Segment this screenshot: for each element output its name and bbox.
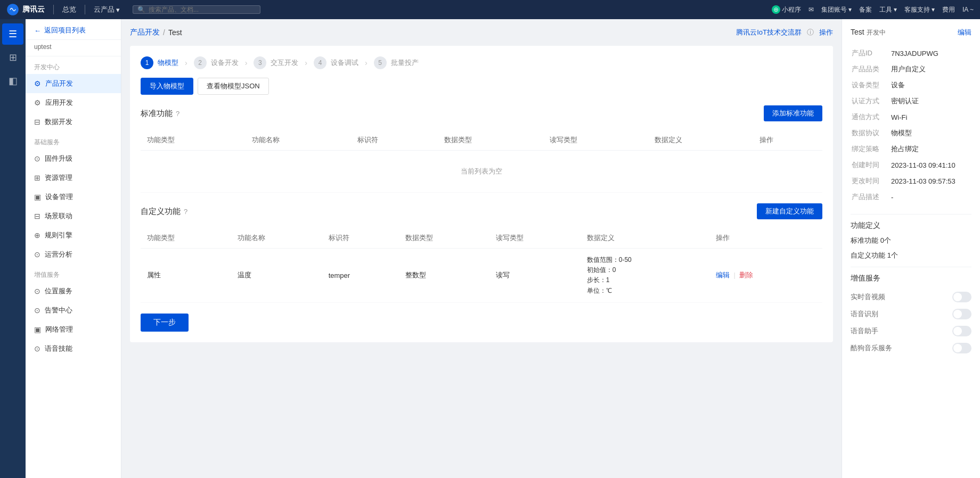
standard-help-icon[interactable]: ?	[176, 110, 179, 118]
icon-sidebar-menu[interactable]: ☰	[2, 23, 23, 45]
step-2-label: 设备开发	[211, 58, 239, 68]
add-standard-btn[interactable]: 添加标准功能	[764, 105, 822, 121]
operation-value: 抢占绑定	[891, 142, 970, 156]
top-navigation: 腾讯云 总览 云产品 ▾ 🔍 ⊕ 小程序 ✉ 集团账号 ▾ 备案 工具 ▾ 客服…	[0, 0, 980, 19]
ops-btn[interactable]: 操作	[819, 28, 833, 37]
edit-product-btn[interactable]: 编辑	[958, 28, 971, 37]
user-btn[interactable]: IA ~	[962, 6, 974, 13]
custom-func-count: 自定义功能 1个	[851, 251, 898, 260]
icon-sidebar-square[interactable]: ◧	[2, 70, 23, 92]
sidebar-item-network[interactable]: ▣ 网络管理	[26, 320, 121, 339]
row-type: 属性	[141, 249, 231, 303]
mini-program-btn[interactable]: ⊕ 小程序	[772, 5, 801, 14]
music-service-label: 酷狗音乐服务	[851, 343, 892, 353]
col-identifier: 标识符	[351, 130, 438, 151]
standard-section-title: 标准功能 ?	[141, 109, 179, 119]
icon-sidebar-grid[interactable]: ⊞	[2, 47, 23, 68]
product-status: 开发中	[867, 29, 886, 36]
sidebar-item-location[interactable]: ⊙ 位置服务	[26, 282, 121, 301]
nav-home[interactable]: 总览	[62, 5, 76, 14]
created-row: 创建时间 2023-11-03 09:41:10	[852, 158, 970, 172]
step-5: 5 批量投产	[374, 56, 419, 69]
realtime-video-toggle[interactable]	[952, 292, 971, 302]
add-custom-btn[interactable]: 新建自定义功能	[757, 203, 822, 219]
step-arrow-4: ›	[365, 59, 368, 67]
music-service-toggle[interactable]	[952, 343, 971, 353]
product-id-label: 产品ID	[852, 46, 890, 61]
tools-btn[interactable]: 工具 ▾	[879, 5, 897, 14]
mail-btn[interactable]: ✉	[808, 6, 814, 13]
operation-label: 绑定策略	[852, 142, 890, 156]
breadcrumb: 产品开发 / Test 腾讯云IoT技术交流群 ⓘ 操作	[130, 28, 833, 37]
sidebar-item-product-dev[interactable]: ⚙ 产品开发	[26, 74, 121, 93]
edit-row-btn[interactable]: 编辑	[716, 271, 730, 279]
step-4-label: 设备调试	[331, 58, 358, 68]
common-btn[interactable]: 费用	[942, 5, 955, 14]
account-btn[interactable]: 集团账号 ▾	[821, 5, 852, 14]
row-rwtype: 读写	[489, 249, 580, 303]
service-btn[interactable]: 客服支持 ▾	[904, 5, 935, 14]
toggle-knob	[953, 293, 962, 301]
product-type-value: 用户自定义	[891, 62, 970, 77]
sidebar-item-firmware[interactable]: ⊙ 固件升级	[26, 149, 121, 168]
breadcrumb-parent[interactable]: 产品开发	[130, 28, 160, 37]
view-json-btn[interactable]: 查看物模型JSON	[198, 78, 269, 95]
import-model-btn[interactable]: 导入物模型	[141, 78, 193, 95]
sidebar-item-ops[interactable]: ⊙ 运营分析	[26, 245, 121, 264]
custom-col-datatype: 数据类型	[399, 228, 489, 249]
sidebar-item-scene[interactable]: ⊟ 场景联动	[26, 207, 121, 226]
sidebar-item-voice[interactable]: ⊙ 语音技能	[26, 339, 121, 358]
updated-label: 更改时间	[852, 174, 890, 188]
voice-recog-toggle[interactable]	[952, 309, 971, 319]
voice-recog-label: 语音识别	[851, 309, 878, 319]
col-datatype: 数据类型	[438, 130, 543, 151]
delete-row-btn[interactable]: 删除	[739, 271, 753, 279]
product-type-label: 产品品类	[852, 62, 890, 77]
device-icon: ▣	[34, 193, 41, 201]
standard-section-header: 标准功能 ? 添加标准功能	[141, 105, 822, 121]
music-service-row: 酷狗音乐服务	[851, 340, 971, 357]
sidebar-item-device[interactable]: ▣ 设备管理	[26, 187, 121, 207]
desc-value: -	[891, 189, 970, 204]
sidebar-item-resource[interactable]: ⊞ 资源管理	[26, 168, 121, 187]
custom-col-ops: 操作	[709, 228, 822, 249]
search-icon: 🔍	[137, 6, 145, 13]
toggle-knob-4	[953, 344, 962, 352]
voice-icon: ⊙	[34, 344, 40, 353]
custom-col-type: 功能类型	[141, 228, 231, 249]
sidebar-item-app-dev[interactable]: ⚙ 应用开发	[26, 93, 121, 112]
sidebar-item-rule[interactable]: ⊕ 规则引擎	[26, 226, 121, 245]
created-label: 创建时间	[852, 158, 890, 172]
nav-products[interactable]: 云产品 ▾	[94, 5, 120, 14]
toggle-knob-2	[953, 310, 962, 318]
standard-table: 功能类型 功能名称 标识符 数据类型 读写类型 数据定义 操作 当前列表为空	[141, 130, 822, 193]
col-type: 功能类型	[141, 130, 246, 151]
product-info-table: 产品ID 7N3JADUPWG 产品品类 用户自定义 设备类型 设备 认证方式 …	[851, 45, 971, 205]
custom-section-title: 自定义功能 ?	[141, 207, 187, 217]
search-bar: 🔍	[133, 5, 260, 14]
updated-row: 更改时间 2023-11-03 09:57:53	[852, 174, 970, 188]
custom-help-icon[interactable]: ?	[184, 208, 187, 216]
mini-program-badge: ⊕	[772, 5, 780, 14]
custom-section: 自定义功能 ? 新建自定义功能 功能类型 功能名称 标识符 数据类型 读写类型 …	[141, 203, 822, 303]
product-dev-label: 产品开发	[45, 79, 73, 88]
community-link[interactable]: 腾讯云IoT技术交流群	[736, 28, 802, 37]
info-icon: ⓘ	[807, 28, 814, 37]
filing-btn[interactable]: 备案	[859, 5, 872, 14]
back-btn[interactable]: ← 返回项目列表	[26, 19, 121, 40]
nav-divider2	[85, 5, 85, 14]
sidebar-item-alarm[interactable]: ⊙ 告警中心	[26, 301, 121, 320]
col-rwtype: 读写类型	[543, 130, 648, 151]
right-panel: Test 开发中 编辑 产品ID 7N3JADUPWG 产品品类 用户自定义 设…	[842, 19, 980, 478]
voice-assistant-toggle[interactable]	[952, 326, 971, 336]
search-input[interactable]	[149, 6, 256, 13]
auth-row: 认证方式 密钥认证	[852, 94, 970, 109]
stepper: 1 物模型 › 2 设备开发 › 3 交互开发 › 4 设备调试 ›	[141, 56, 822, 69]
auth-value: 密钥认证	[891, 94, 970, 109]
toggle-knob-3	[953, 327, 962, 335]
protocol-row: 数据协议 物模型	[852, 126, 970, 141]
next-btn[interactable]: 下一步	[141, 314, 189, 332]
sidebar-item-data-dev[interactable]: ⊟ 数据开发	[26, 112, 121, 131]
gear-icon: ⚙	[34, 79, 41, 88]
basic-services-label: 基础服务	[26, 131, 121, 149]
